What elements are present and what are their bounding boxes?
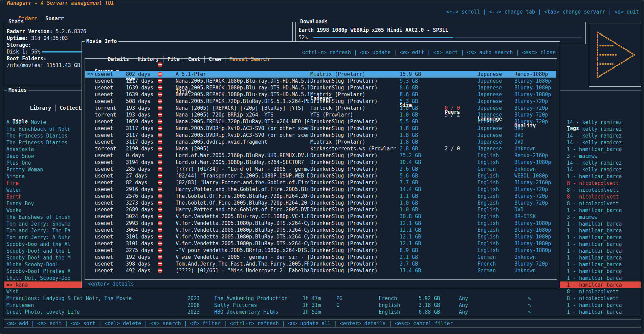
release-source: usenet [95,91,113,98]
tab-library[interactable]: Library [26,105,55,111]
release-row[interactable]: usenet1059 daysNana.2005.FRENCH.720p.Blu… [85,118,556,125]
release-row[interactable]: usenet492 days(????) [01/65] - "Miss Und… [85,267,556,274]
no-entry-icon [158,92,162,97]
release-indexer: DrunkenSlug (Prowlarr) [310,260,398,267]
release-row[interactable]: usenet3101 daysV.for.Vendetta.2005.1080p… [85,240,556,247]
release-source: usenet [95,84,113,91]
release-title: Harry.Potter.and.the.Goblet.of.Fire.2005… [176,206,309,213]
movie-tag: 1 - hamilcar_barca [567,248,641,254]
tab-sonarr[interactable]: Sonarr [41,15,68,22]
release-row[interactable]: torrent193 daysNana (2005) [REPACK] [720… [85,105,556,111]
release-language: English [478,227,499,233]
movie-row[interactable]: Wish8 - nicolecolvett [4,288,641,295]
movie-quality-profile: Any [459,302,468,309]
release-title: Nana.2005.DVDRip.XviD.AC3-SVO (or other … [176,125,309,132]
release-row[interactable]: usenet3194 daysLord.of.War.2005.1080p.Bl… [85,159,556,166]
release-age: 3064 days [126,227,153,233]
release-row[interactable]: usenet3117 daysNana.2005.DVDRip.XviD.AC3… [85,125,556,132]
release-quality: Bluray-720p [514,186,548,193]
release-age: 192 days [126,254,150,260]
release-language: Japanese [478,105,502,111]
release-indexer: DrunkenSlug (Prowlarr) [310,240,398,247]
release-age: 0 days [126,152,144,159]
release-row[interactable]: usenet2993 daysV.for.Vendetta.2005.1080p… [85,220,556,227]
release-size: 5.5 GB [400,118,418,125]
release-row[interactable]: torrent193 daysNana (2005) 720p BRRip x2… [85,111,556,118]
release-row[interactable]: usenet3117 daysNana.2005.DVDRip.XviD.AC3… [85,132,556,139]
manual-search-header: Source ▼ Age Title Indexer Size Peers La… [85,61,556,68]
release-title: Lord.of.War.2005.1080p.BluRay.x264-SECTO… [176,159,309,166]
movie-runtime: 1h 52m [303,309,321,315]
release-source: usenet [95,78,113,84]
release-age: 2576 days [126,193,153,200]
movie-year: 2008 [187,302,200,309]
release-indexer: kickasstorrents.ws (Prowlarr [310,145,398,152]
release-row[interactable]: usenet3275 days-"V pour vendetta.2005.BR… [85,247,556,254]
movie-tag: 3 - macmww [567,153,641,160]
no-entry-icon [158,207,162,212]
release-source: usenet [95,227,113,233]
release-row[interactable]: usenet3024 daysV.for.Vendetta.2005.Blu-r… [85,213,556,220]
release-source: usenet [95,220,113,227]
movie-title: Miraculous: Ladybug & Cat Noir, The Movi… [6,295,186,302]
movie-row[interactable]: Minutemen2008Salty Pictures1h 31mGEnglis… [4,302,641,309]
movie-tag: 8 - nicolecolvett [567,193,641,200]
release-row[interactable]: usenet3064 daysV.for.Vendetta.2005.1080p… [85,227,556,233]
release-quality: Remux-2160p [514,152,548,159]
no-entry-icon [158,112,162,117]
movie-row[interactable]: Miraculous: Ladybug & Cat Noir, The Movi… [4,295,641,302]
release-size: 11.4 GB [400,267,421,274]
release-row[interactable]: usenet3117 daysnana.2005.dvdrip.xvid.fra… [85,139,556,145]
release-row[interactable]: usenet2916 daysHarry.Potter.and.the.Gobl… [85,186,556,193]
movie-runtime: 1h 31m [303,302,321,309]
download-percent-label: 52% [298,34,308,41]
movie-quality-profile: Any [459,295,468,302]
release-row[interactable]: torrent2190 daysNana (2005)kickasstorren… [85,145,556,152]
movie-tag: 1 - hamilcar_barca [567,254,641,261]
release-row[interactable]: usenet285 days(????) [01/34] - "Lord of … [85,166,556,172]
release-quality: Unknown [514,267,536,274]
release-size: 1.8 GB [400,132,418,139]
movie-tag: 1 - hamilcar_barca [567,309,641,315]
release-row[interactable]: usenet82 days[02/83] "Harry.Potter.and.t… [85,179,556,186]
release-row[interactable]: usenet192 daysV wie Vendetta - 2005 - ge… [85,254,556,260]
release-row[interactable]: usenet398 daysTom.And.Jerry.The.Fast.And… [85,260,556,267]
no-entry-icon [158,85,162,90]
release-row[interactable]: usenet1639 daysNana.2005.REPACK.1080p.Bl… [85,91,556,98]
release-indexer: DrunkenSlug (Prowlarr) [310,179,398,186]
release-source: usenet [95,200,113,206]
release-row[interactable]: =>usenet802 daysA 5.1-PTerMiatrix (Prowl… [85,71,556,78]
movie-row[interactable]: Great Photo, Lovely Life2023HBO Document… [4,309,641,315]
release-peers: 0 / 0 [445,105,460,111]
release-language: French [478,118,496,125]
release-age: 3101 days [126,240,153,247]
release-size: 2.6 GB [400,166,418,172]
movie-tag: 14 - kelly ramirez [567,132,641,139]
release-indexer: DrunkenSlug (Prowlarr) [310,125,398,132]
release-row[interactable]: usenet3273 daysThe.Goblet.Of.Fire.2005.B… [85,200,556,206]
release-quality: DVD [514,132,524,139]
movie-tag: 14 - kelly ramirez [567,160,641,166]
release-title: Nana (2005) [REPACK] [720p] [BluRay] [YT… [176,105,309,111]
movie-tag: 1 - hamilcar_barca [567,227,641,234]
release-quality: Bluray-720p [514,200,548,206]
movie-tag: 1 - hamilcar_barca [567,146,641,153]
release-quality: Bluray-1080p [514,91,551,98]
release-row[interactable]: usenet1639 daysNana.2005.REPACK.1080p.Bl… [85,84,556,91]
release-row[interactable]: usenet508 daysNana.2005.REPACK.720p.BluR… [85,98,556,105]
release-age: 285 days [126,166,150,172]
release-row[interactable]: usenet0 daysLord.of.War.2005.2160p.BluRa… [85,152,556,159]
release-age: 1639 days [126,91,153,98]
release-row[interactable]: usenet27 days[02/44] "Transporter 2.2005… [85,172,556,179]
release-row[interactable]: usenet1217 daysNana.2005.REPACK.1080p.Bl… [85,78,556,84]
release-peers: 2 / 0 [445,145,460,152]
no-entry-icon [158,241,162,246]
release-language: French [478,260,496,267]
release-row[interactable]: usenet2689 daysHarry.Potter.and.the.Gobl… [85,206,556,213]
release-row[interactable]: usenet3101 daysV.for.Vendetta.2005.1080p… [85,233,556,240]
release-age: 3273 days [126,200,153,206]
release-size: 12.1 GB [400,220,421,227]
release-row[interactable]: usenet2576 daysThe.Goblet.Of.Fire.2005.B… [85,193,556,200]
release-indexer: DrunkenSlug (Prowlarr) [310,166,398,172]
release-language: German [478,166,496,172]
